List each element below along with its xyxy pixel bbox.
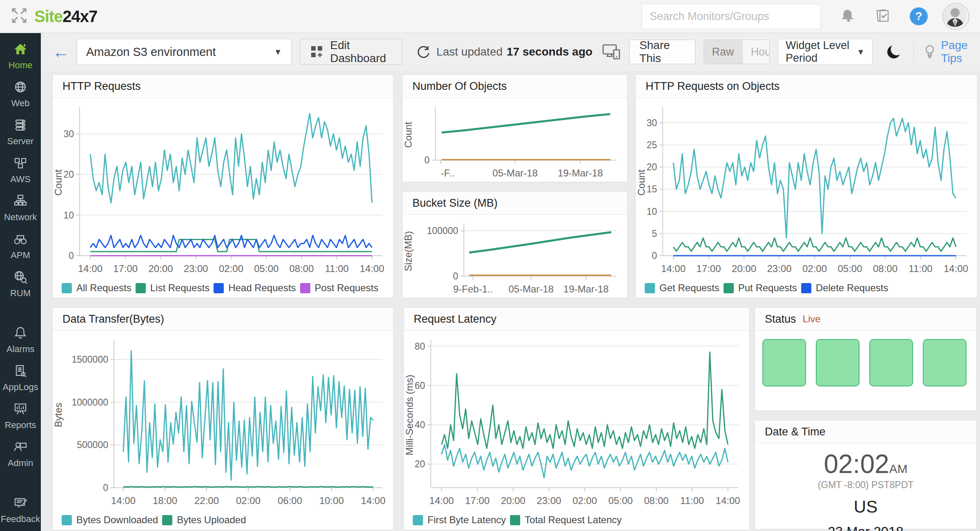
svg-text:23:00: 23:00	[767, 263, 791, 274]
sidebar-item-rum[interactable]: RUM	[0, 270, 41, 299]
request-latency-chart[interactable]: 2040608014:0017:0020:0023:0002:0005:0008…	[404, 331, 749, 509]
svg-text:05:00: 05:00	[254, 263, 278, 274]
status-block[interactable]	[869, 339, 913, 386]
http-requests-on-objects-chart[interactable]: 05101520253014:0017:0020:0023:0002:0005:…	[636, 98, 977, 277]
http-requests-chart[interactable]: 010203014:0017:0020:0023:0002:0005:0008:…	[53, 98, 393, 277]
chart-legend: All RequestsList RequestsHead RequestsPo…	[62, 282, 383, 294]
globe-magnifier-icon	[13, 270, 28, 286]
legend-item[interactable]: Total Request Latency	[510, 514, 621, 526]
legend-swatch	[62, 515, 72, 525]
svg-text:10:00: 10:00	[319, 495, 344, 506]
feedback-icon	[13, 495, 28, 512]
legend-item[interactable]: Head Requests	[214, 282, 296, 294]
status-block[interactable]	[816, 339, 860, 386]
svg-text:17:00: 17:00	[696, 263, 721, 274]
divider	[913, 42, 914, 61]
legend-item[interactable]: Bytes Uploaded	[162, 514, 246, 526]
svg-text:Size(MB): Size(MB)	[403, 231, 414, 272]
svg-text:60: 60	[414, 380, 425, 391]
svg-text:19-Mar-18: 19-Mar-18	[564, 283, 609, 295]
back-arrow[interactable]: ←	[52, 43, 69, 60]
page-tips-label: Page Tips	[941, 39, 980, 65]
legend-item[interactable]: Get Requests	[645, 282, 719, 294]
sidebar-item-label: RUM	[10, 288, 31, 299]
svg-text:0: 0	[103, 482, 108, 493]
svg-text:23:00: 23:00	[537, 495, 561, 506]
refresh-icon[interactable]	[416, 45, 431, 59]
legend-item[interactable]: Delete Requests	[801, 282, 888, 294]
network-icon	[13, 194, 28, 210]
page-tips-link[interactable]: Page Tips	[923, 39, 980, 65]
bell-icon[interactable]	[838, 7, 857, 26]
data-transfer-chart[interactable]: 05000001000000150000014:0018:0022:0002:0…	[53, 331, 393, 509]
svg-text:20:00: 20:00	[148, 263, 173, 274]
svg-text:17:00: 17:00	[465, 495, 490, 506]
toggle-hour[interactable]: Hour	[742, 40, 770, 64]
edit-dashboard-button[interactable]: Edit Dashboard	[300, 39, 402, 65]
sidebar-item-reports[interactable]: Reports	[0, 402, 41, 431]
grid-plus-icon	[310, 45, 324, 59]
sidebar-item-apm[interactable]: APM	[0, 232, 41, 261]
svg-text:Count: Count	[636, 170, 647, 196]
sidebar-item-label: Web	[11, 98, 30, 109]
sidebar-item-label: Feedback	[1, 514, 40, 524]
svg-text:20: 20	[646, 162, 657, 172]
share-this-label: Share This	[639, 39, 685, 65]
legend-swatch	[136, 283, 146, 293]
svg-text:05:00: 05:00	[837, 263, 862, 274]
toggle-raw[interactable]: Raw	[704, 40, 742, 64]
legend-item[interactable]: Put Requests	[724, 282, 797, 294]
svg-text:0: 0	[424, 155, 430, 165]
sidebar-item-server[interactable]: Server	[0, 118, 41, 147]
dashboard-select[interactable]: Amazon S3 environment ▼	[77, 39, 292, 65]
help-icon[interactable]: ?	[910, 7, 928, 25]
widget-status: Status Live	[755, 307, 977, 411]
widget-http-requests: HTTP Requests 010203014:0017:0020:0023:0…	[52, 74, 394, 298]
timezone-label: (GMT -8:00) PST8PDT	[755, 480, 976, 491]
sidebar-item-applogs[interactable]: AppLogs	[0, 364, 41, 393]
widget-title: Bucket Size (MB)	[403, 192, 627, 215]
sidebar-item-aws[interactable]: AWS	[0, 156, 41, 185]
svg-text:06:00: 06:00	[278, 495, 302, 506]
legend-label: First Byte Latency	[428, 514, 506, 526]
search-input[interactable]	[642, 4, 821, 29]
status-blocks	[755, 331, 976, 386]
dark-mode-moon-icon[interactable]	[885, 43, 903, 61]
legend-swatch	[214, 283, 224, 293]
svg-text:14:00: 14:00	[78, 263, 102, 274]
legend-item[interactable]: First Byte Latency	[413, 514, 506, 526]
svg-text:1500000: 1500000	[71, 354, 108, 365]
sidebar-item-web[interactable]: Web	[0, 80, 41, 109]
legend-item[interactable]: Post Requests	[300, 282, 379, 294]
share-this-button[interactable]: Share This	[629, 40, 695, 64]
svg-text:20: 20	[63, 169, 74, 180]
bucket-size-chart[interactable]: 01000009-Feb-1..05-Mar-1819-Mar-18Size(M…	[403, 215, 627, 297]
legend-item[interactable]: All Requests	[62, 282, 131, 294]
raw-hour-toggle[interactable]: Raw Hour	[704, 40, 770, 64]
widget-title: Request Latency	[404, 308, 749, 331]
sidebar-item-feedback[interactable]: Feedback	[0, 495, 41, 524]
tasks-icon[interactable]	[874, 7, 893, 26]
sidebar-item-home[interactable]: Home	[0, 42, 41, 71]
svg-text:30: 30	[646, 118, 657, 128]
sidebar-item-admin[interactable]: Admin	[0, 440, 41, 469]
widget-level-period-select[interactable]: Widget Level Period ▼	[778, 39, 873, 65]
sidebar-item-alarms[interactable]: Alarms	[0, 326, 41, 355]
logo[interactable]: Site24x7	[10, 6, 97, 27]
status-block[interactable]	[923, 339, 967, 386]
number-of-objects-chart[interactable]: 0-F..05-Mar-1819-Mar-18Count	[403, 98, 627, 181]
status-block[interactable]	[762, 339, 806, 386]
svg-text:14:00: 14:00	[360, 263, 384, 274]
legend-item[interactable]: List Requests	[136, 282, 209, 294]
date-label: 23 Mar 2018	[755, 524, 976, 531]
legend-item[interactable]: Bytes Downloaded	[62, 514, 158, 526]
legend-swatch	[62, 283, 72, 293]
sidebar-item-network[interactable]: Network	[0, 194, 41, 223]
avatar[interactable]	[942, 3, 969, 30]
svg-text:Milli-Seconds (ms): Milli-Seconds (ms)	[404, 375, 415, 455]
devices-icon[interactable]	[602, 43, 621, 60]
svg-text:19-Mar-18: 19-Mar-18	[558, 167, 603, 178]
svg-text:Bytes: Bytes	[53, 403, 64, 427]
expand-arrows-icon[interactable]	[10, 6, 29, 27]
svg-text:05-Mar-18: 05-Mar-18	[508, 283, 554, 295]
